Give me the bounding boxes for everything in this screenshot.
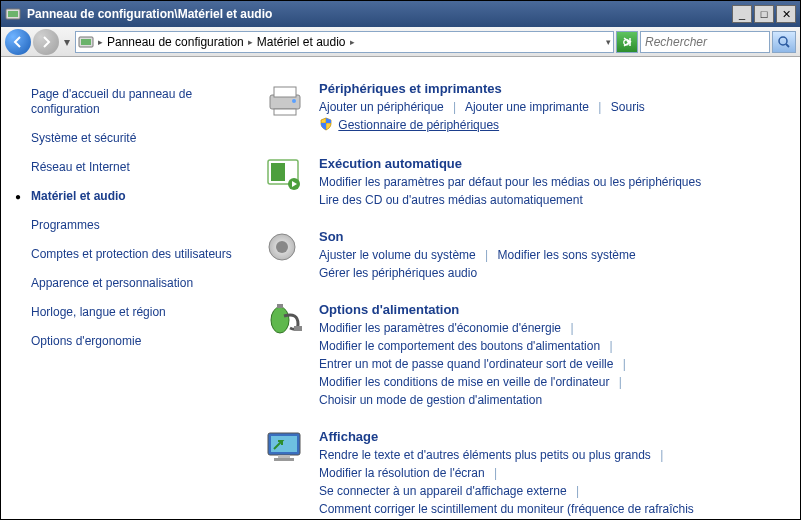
svg-rect-3	[81, 39, 91, 45]
sidebar-item-home[interactable]: Page d'accueil du panneau de configurati…	[31, 87, 241, 117]
link-separator: |	[619, 375, 622, 389]
link-power-password[interactable]: Entrer un mot de passe quand l'ordinateu…	[319, 357, 613, 371]
category-devices: Périphériques et imprimantes Ajouter un …	[261, 81, 780, 136]
link-power-buttons[interactable]: Modifier le comportement des boutons d'a…	[319, 339, 600, 353]
sidebar-item-hardware-audio[interactable]: Matériel et audio	[31, 189, 241, 204]
search-input[interactable]	[641, 35, 769, 49]
navbar: ▾ ▸ Panneau de configuration ▸ Matériel …	[1, 27, 800, 57]
link-separator: |	[598, 100, 601, 114]
category-sound: Son Ajuster le volume du système | Modif…	[261, 229, 780, 282]
sidebar: Page d'accueil du panneau de configurati…	[1, 57, 251, 519]
refresh-button[interactable]: ⟳	[616, 31, 638, 53]
link-display-textsize[interactable]: Rendre le texte et d'autres éléments plu…	[319, 448, 651, 462]
address-dropdown[interactable]: ▾	[606, 37, 611, 47]
sidebar-item-appearance[interactable]: Apparence et personnalisation	[31, 276, 241, 291]
category-power: Options d'alimentation Modifier les para…	[261, 302, 780, 409]
link-power-sleep[interactable]: Modifier les conditions de mise en veill…	[319, 375, 609, 389]
link-separator: |	[453, 100, 456, 114]
maximize-button[interactable]: □	[754, 5, 774, 23]
link-mouse[interactable]: Souris	[611, 100, 645, 114]
link-add-printer[interactable]: Ajouter une imprimante	[465, 100, 589, 114]
link-separator: |	[576, 484, 579, 498]
svg-rect-20	[271, 436, 297, 452]
power-icon	[261, 302, 309, 342]
window-title: Panneau de configuration\Matériel et aud…	[27, 7, 730, 21]
link-device-manager[interactable]: Gestionnaire de périphériques	[338, 118, 499, 132]
breadcrumb-separator[interactable]: ▸	[350, 37, 355, 47]
category-title-autoplay[interactable]: Exécution automatique	[319, 156, 780, 171]
link-autoplay-defaults[interactable]: Modifier les paramètres par défaut pour …	[319, 175, 701, 189]
titlebar: Panneau de configuration\Matériel et aud…	[1, 1, 800, 27]
breadcrumb-item-2[interactable]: Matériel et audio	[257, 35, 346, 49]
breadcrumb-separator[interactable]: ▸	[248, 37, 253, 47]
sidebar-item-ease-of-access[interactable]: Options d'ergonomie	[31, 334, 241, 349]
link-separator: |	[485, 248, 488, 262]
svg-point-5	[779, 37, 787, 45]
link-power-plan[interactable]: Choisir un mode de gestion d'alimentatio…	[319, 393, 542, 407]
forward-button[interactable]	[33, 29, 59, 55]
link-separator: |	[570, 321, 573, 335]
address-bar[interactable]: ▸ Panneau de configuration ▸ Matériel et…	[75, 31, 614, 53]
category-title-power[interactable]: Options d'alimentation	[319, 302, 780, 317]
sidebar-item-clock-language[interactable]: Horloge, langue et région	[31, 305, 241, 320]
autoplay-icon	[261, 156, 309, 196]
display-icon	[261, 429, 309, 469]
sound-icon	[261, 229, 309, 269]
link-add-device[interactable]: Ajouter un périphérique	[319, 100, 444, 114]
sidebar-item-system-security[interactable]: Système et sécurité	[31, 131, 241, 146]
svg-point-15	[276, 241, 288, 253]
category-autoplay: Exécution automatique Modifier les param…	[261, 156, 780, 209]
link-audio-devices[interactable]: Gérer les périphériques audio	[319, 266, 477, 280]
svg-rect-17	[277, 304, 283, 308]
link-system-sounds[interactable]: Modifier les sons système	[498, 248, 636, 262]
svg-rect-21	[278, 455, 290, 458]
link-power-eco[interactable]: Modifier les paramètres d'économie d'éne…	[319, 321, 561, 335]
svg-rect-8	[274, 87, 296, 97]
sidebar-item-network[interactable]: Réseau et Internet	[31, 160, 241, 175]
category-title-sound[interactable]: Son	[319, 229, 780, 244]
back-button[interactable]	[5, 29, 31, 55]
search-box[interactable]	[640, 31, 770, 53]
control-panel-icon	[5, 6, 21, 22]
link-separator: |	[609, 339, 612, 353]
link-separator: |	[623, 357, 626, 371]
close-button[interactable]: ✕	[776, 5, 796, 23]
link-autoplay-cds[interactable]: Lire des CD ou d'autres médias automatiq…	[319, 193, 583, 207]
category-title-display[interactable]: Affichage	[319, 429, 780, 444]
svg-line-6	[786, 44, 789, 47]
link-separator: |	[660, 448, 663, 462]
link-display-external[interactable]: Se connecter à un appareil d'affichage e…	[319, 484, 567, 498]
link-display-resolution[interactable]: Modifier la résolution de l'écran	[319, 466, 485, 480]
svg-point-9	[292, 99, 296, 103]
control-panel-breadcrumb-icon	[78, 34, 94, 50]
history-dropdown[interactable]: ▾	[61, 35, 73, 49]
main-panel: Périphériques et imprimantes Ajouter un …	[251, 57, 800, 519]
svg-rect-18	[294, 326, 302, 331]
category-title-devices[interactable]: Périphériques et imprimantes	[319, 81, 780, 96]
content-area: Page d'accueil du panneau de configurati…	[1, 57, 800, 519]
svg-rect-12	[271, 163, 285, 181]
category-display: Affichage Rendre le texte et d'autres él…	[261, 429, 780, 518]
breadcrumb-item-1[interactable]: Panneau de configuration	[107, 35, 244, 49]
svg-rect-10	[274, 109, 296, 115]
minimize-button[interactable]: _	[732, 5, 752, 23]
link-separator: |	[494, 466, 497, 480]
svg-rect-1	[8, 11, 18, 17]
link-display-flicker[interactable]: Comment corriger le scintillement du mon…	[319, 502, 694, 516]
shield-icon	[319, 117, 333, 136]
link-volume[interactable]: Ajuster le volume du système	[319, 248, 476, 262]
breadcrumb-separator[interactable]: ▸	[98, 37, 103, 47]
search-button[interactable]	[772, 31, 796, 53]
svg-rect-22	[274, 458, 294, 461]
sidebar-item-programs[interactable]: Programmes	[31, 218, 241, 233]
svg-text:⟳: ⟳	[623, 37, 632, 48]
sidebar-item-accounts[interactable]: Comptes et protection des utilisateurs	[31, 247, 241, 262]
svg-point-16	[271, 307, 289, 333]
devices-printers-icon	[261, 81, 309, 121]
